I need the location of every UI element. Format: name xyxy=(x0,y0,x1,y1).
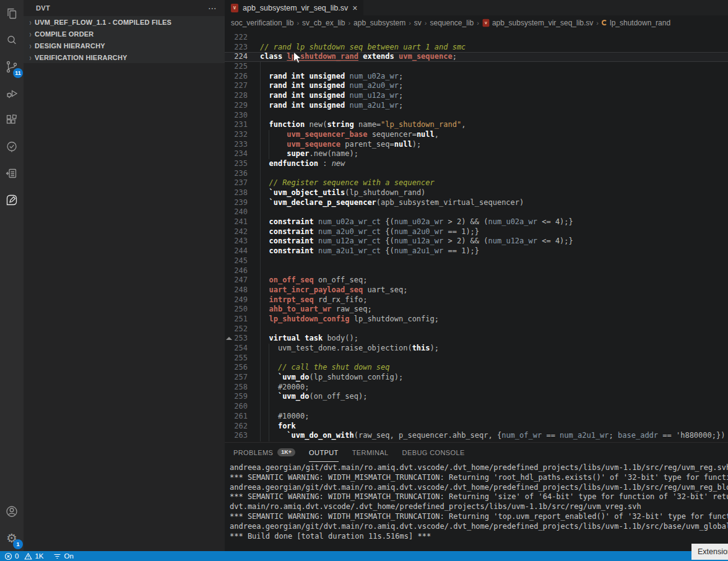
code-line[interactable]: 229 rand int unsigned num_a2u1_wr; xyxy=(225,101,728,111)
code-line[interactable]: 226 rand int unsigned num_u02a_wr; xyxy=(225,72,728,82)
tab-close-icon[interactable]: × xyxy=(352,4,357,12)
code-line[interactable]: 231 function new(string name="lp_shutdow… xyxy=(225,120,728,130)
settings-gear-icon[interactable]: ⚙ 1 xyxy=(0,524,24,551)
line-number: 240 xyxy=(225,207,253,217)
breadcrumb-separator: › xyxy=(422,19,430,27)
extension-tooltip[interactable]: Extension xyxy=(691,544,728,560)
panel-tab-problems[interactable]: PROBLEMS1K+ xyxy=(233,443,295,462)
panel-tab-debug-console[interactable]: DEBUG CONSOLE xyxy=(402,443,465,462)
line-number: 246 xyxy=(225,266,253,276)
code-line[interactable]: 244 constraint num_a2u1_wr_ct {(num_a2u1… xyxy=(225,246,728,256)
tab-apb-subsystem-vir-seq-lib[interactable]: apb_subsystem_vir_seq_lib.sv × xyxy=(225,0,363,15)
sidebar-tree-item[interactable]: ›UVM_REF_FLOW_1.1 - COMPILED FILES xyxy=(24,16,225,28)
code-line[interactable]: 224class lp_shutdown_rand extends uvm_se… xyxy=(225,52,728,62)
line-number: 261 xyxy=(225,412,253,422)
code-line[interactable]: 263 `uvm_do_on_with(raw_seq, p_sequencer… xyxy=(225,431,728,441)
chevron-right-icon: › xyxy=(27,28,33,38)
activity-bar-spacer xyxy=(0,213,24,498)
source-control-icon[interactable]: 11 xyxy=(0,53,24,80)
code-line[interactable]: 260 xyxy=(225,402,728,412)
account-icon[interactable] xyxy=(0,498,24,524)
line-number: 230 xyxy=(225,111,253,121)
panel-tab-terminal[interactable]: TERMINAL xyxy=(352,443,389,462)
code-line[interactable]: 254 uvm_test_done.raise_objection(this); xyxy=(225,344,728,354)
code-line[interactable]: 239 `uvm_declare_p_sequencer(apb_subsyst… xyxy=(225,198,728,208)
report-icon[interactable] xyxy=(0,160,24,186)
line-number: 252 xyxy=(225,324,253,334)
extensions-icon[interactable] xyxy=(0,107,24,133)
line-number: 259 xyxy=(225,392,253,402)
code-line[interactable]: 245 xyxy=(225,256,728,266)
output-line: *** SEMANTIC WARNING: WIDTH_MISMATCH_TRU… xyxy=(230,512,728,522)
code-line[interactable]: 248 uart_incr_payload_seq uart_seq; xyxy=(225,285,728,295)
code-line[interactable]: 240 xyxy=(225,207,728,217)
breadcrumb-separator: › xyxy=(345,19,353,27)
fold-marker-icon[interactable] xyxy=(226,337,232,340)
panel-tab-output[interactable]: OUTPUT xyxy=(309,443,339,462)
sidebar-more-icon[interactable]: ⋯ xyxy=(208,3,217,13)
code-line[interactable]: 262 fork xyxy=(225,422,728,432)
code-line[interactable]: 236 xyxy=(225,169,728,179)
search-icon[interactable] xyxy=(0,27,24,53)
dvt-filter-status[interactable]: On xyxy=(53,552,73,560)
code-line[interactable]: 250 ahb_to_uart_wr raw_seq; xyxy=(225,305,728,315)
error-count: 0 xyxy=(15,552,19,560)
sidebar-tree-item[interactable]: ›DESIGN HIERARCHY xyxy=(24,40,225,51)
code-line[interactable]: 253 virtual task body(); xyxy=(225,334,728,344)
breadcrumb-item[interactable]: sv_cb_ex_lib xyxy=(302,19,345,27)
code-line[interactable]: 228 rand int unsigned num_u12a_wr; xyxy=(225,91,728,101)
line-number: 251 xyxy=(225,315,253,324)
code-line[interactable]: 222 xyxy=(225,33,728,43)
code-line[interactable]: 246 xyxy=(225,266,728,276)
code-line[interactable]: 234 super.new(name); xyxy=(225,149,728,159)
breadcrumb-item[interactable]: apb_subsystem xyxy=(353,19,405,27)
code-line[interactable]: 242 constraint num_a2u0_wr_ct {(num_a2u0… xyxy=(225,227,728,237)
breadcrumb-item[interactable]: apb_subsystem_vir_seq_lib.sv xyxy=(482,19,593,27)
code-line[interactable]: 249 intrpt_seq rd_rx_fifo; xyxy=(225,295,728,305)
line-number: 229 xyxy=(225,101,253,111)
code-line[interactable]: 243 constraint num_u12a_wr_ct {(num_u12a… xyxy=(225,237,728,246)
code-line[interactable]: 247 on_off_seq on_off_seq; xyxy=(225,276,728,285)
code-line[interactable]: 233 uvm_sequence parent_seq=null); xyxy=(225,140,728,150)
sidebar-tree-item[interactable]: ›VERIFICATION HIERARCHY xyxy=(24,51,225,63)
code-line[interactable]: 238 `uvm_object_utils(lp_shutdown_rand) xyxy=(225,188,728,198)
class-icon xyxy=(602,20,607,25)
breadcrumb-item[interactable]: soc_verification_lib xyxy=(231,19,293,27)
code-rows: 222223// rand lp shutdown seq between ua… xyxy=(225,33,728,441)
code-line[interactable]: 225 xyxy=(225,62,728,72)
code-line[interactable]: 256 // call the shut down seq xyxy=(225,363,728,373)
breadcrumb-item[interactable]: lp_shutdown_rand xyxy=(602,19,670,27)
problems-status[interactable]: 0 1K xyxy=(4,552,43,560)
code-line[interactable]: 232 uvm_sequencer_base sequencer=null, xyxy=(225,130,728,140)
code-line[interactable]: 261 #10000; xyxy=(225,412,728,422)
output-line: *** SEMANTIC WARNING: WIDTH_MISMATCH_TRU… xyxy=(230,473,728,483)
verification-check-icon[interactable] xyxy=(0,133,24,160)
code-editor[interactable]: 222223// rand lp shutdown seq between ua… xyxy=(225,33,728,441)
breadcrumb-separator: › xyxy=(474,19,482,27)
code-line[interactable]: 251 lp_shutdown_config lp_shutdown_confi… xyxy=(225,315,728,324)
panel-tab-bar: PROBLEMS1K+OUTPUTTERMINALDEBUG CONSOLE xyxy=(225,443,728,462)
code-line[interactable]: 227 rand int unsigned num_a2u0_wr; xyxy=(225,81,728,91)
line-number: 225 xyxy=(225,62,253,72)
line-number: 237 xyxy=(225,178,253,188)
code-line[interactable]: 237 // Register sequence with a sequence… xyxy=(225,178,728,188)
code-line[interactable]: 223// rand lp shutdown seq between uart … xyxy=(225,43,728,53)
breadcrumb-item[interactable]: sv xyxy=(414,19,422,27)
status-bar: 0 1K On xyxy=(0,551,728,561)
code-line[interactable]: 241 constraint num_u02a_wr_ct {(num_u02a… xyxy=(225,217,728,227)
sidebar-tree-item[interactable]: ›COMPILE ORDER xyxy=(24,28,225,40)
code-line[interactable]: 255 xyxy=(225,354,728,363)
dvt-icon[interactable] xyxy=(0,186,24,213)
code-line[interactable]: 252 xyxy=(225,324,728,334)
code-line[interactable]: 258 #20000; xyxy=(225,383,728,393)
code-line[interactable]: 259 `uvm_do(on_off_seq); xyxy=(225,392,728,402)
output-line: andreea.georgian/git/dvt.main/ro.amiq.dv… xyxy=(230,522,728,532)
code-line[interactable]: 235 endfunction : new xyxy=(225,159,728,169)
explorer-icon[interactable] xyxy=(0,0,24,27)
line-number: 233 xyxy=(225,140,253,150)
code-line[interactable]: 257 `uvm_do(lp_shutdown_config); xyxy=(225,373,728,383)
code-line[interactable]: 230 xyxy=(225,111,728,121)
run-debug-icon[interactable] xyxy=(0,80,24,107)
output-line: *** SEMANTIC WARNING: WIDTH_MISMATCH_TRU… xyxy=(230,492,728,502)
breadcrumb-item[interactable]: sequence_lib xyxy=(430,19,474,27)
